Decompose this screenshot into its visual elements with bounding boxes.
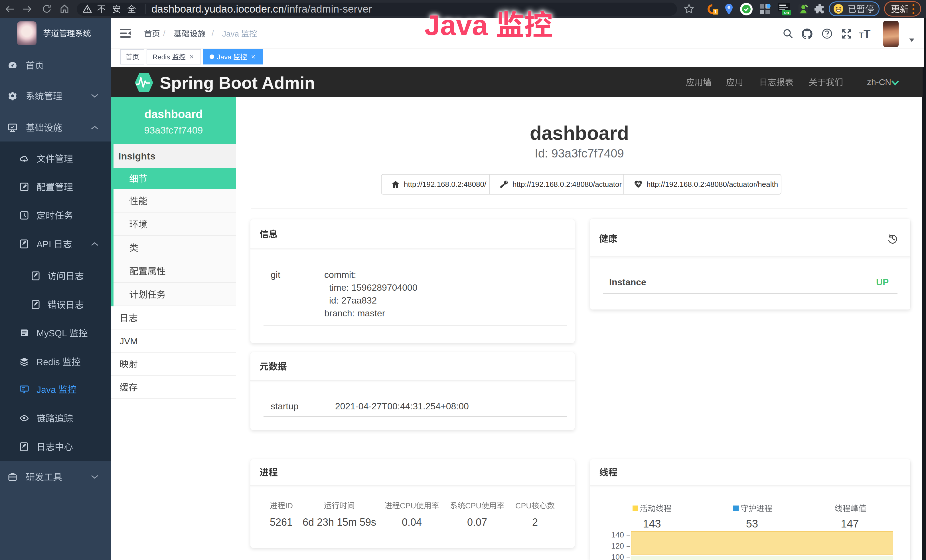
svg-text:on: on bbox=[784, 10, 789, 15]
svg-text:1: 1 bbox=[714, 9, 717, 15]
